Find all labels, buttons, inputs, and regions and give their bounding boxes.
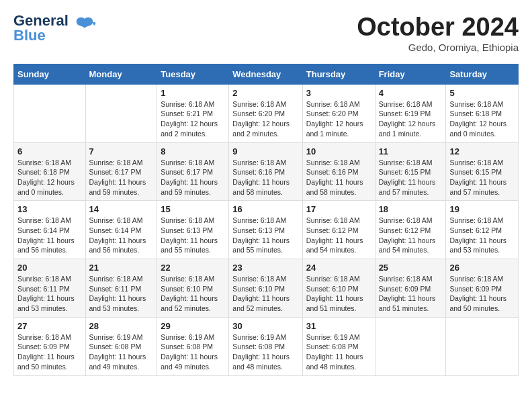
cell-info: Sunrise: 6:18 AMSunset: 6:15 PMDaylight:… [379,158,443,197]
calendar-cell: 1Sunrise: 6:18 AMSunset: 6:21 PMDaylight… [157,84,229,142]
calendar-table: SundayMondayTuesdayWednesdayThursdayFrid… [13,64,519,376]
day-number: 16 [232,204,298,214]
calendar-cell: 26Sunrise: 6:18 AMSunset: 6:09 PMDayligh… [446,259,519,318]
cell-info: Sunrise: 6:18 AMSunset: 6:13 PMDaylight:… [232,216,298,255]
cell-info: Sunrise: 6:18 AMSunset: 6:10 PMDaylight:… [306,274,371,314]
day-number: 1 [161,88,225,98]
day-number: 21 [89,263,154,273]
calendar-cell: 9Sunrise: 6:18 AMSunset: 6:16 PMDaylight… [229,142,302,201]
weekday-header-tuesday: Tuesday [157,64,229,84]
calendar-cell: 18Sunrise: 6:18 AMSunset: 6:12 PMDayligh… [375,201,446,259]
day-number: 14 [89,204,154,214]
day-number: 4 [379,88,443,98]
cell-info: Sunrise: 6:18 AMSunset: 6:14 PMDaylight:… [17,216,82,255]
cell-info: Sunrise: 6:18 AMSunset: 6:11 PMDaylight:… [89,274,154,314]
cell-info: Sunrise: 6:19 AMSunset: 6:08 PMDaylight:… [89,332,154,372]
day-number: 28 [89,321,154,331]
cell-info: Sunrise: 6:18 AMSunset: 6:17 PMDaylight:… [161,158,225,197]
day-number: 2 [232,88,298,98]
cell-info: Sunrise: 6:18 AMSunset: 6:10 PMDaylight:… [161,274,225,314]
calendar-cell: 19Sunrise: 6:18 AMSunset: 6:12 PMDayligh… [446,201,519,259]
calendar-cell: 13Sunrise: 6:18 AMSunset: 6:14 PMDayligh… [14,201,86,259]
calendar-cell [85,84,157,142]
month-title: October 2024 [357,13,519,42]
calendar-cell: 20Sunrise: 6:18 AMSunset: 6:11 PMDayligh… [14,259,86,318]
day-number: 7 [89,146,154,156]
weekday-header-row: SundayMondayTuesdayWednesdayThursdayFrid… [14,64,519,84]
cell-info: Sunrise: 6:18 AMSunset: 6:16 PMDaylight:… [232,158,298,197]
week-row-1: 1Sunrise: 6:18 AMSunset: 6:21 PMDaylight… [14,84,519,142]
cell-info: Sunrise: 6:18 AMSunset: 6:15 PMDaylight:… [449,158,515,197]
calendar-cell [446,317,519,375]
day-number: 6 [17,146,82,156]
cell-info: Sunrise: 6:18 AMSunset: 6:17 PMDaylight:… [89,158,154,197]
calendar-cell: 2Sunrise: 6:18 AMSunset: 6:20 PMDaylight… [229,84,302,142]
cell-info: Sunrise: 6:18 AMSunset: 6:21 PMDaylight:… [161,99,225,139]
calendar-cell: 7Sunrise: 6:18 AMSunset: 6:17 PMDaylight… [85,142,157,201]
weekday-header-friday: Friday [375,64,446,84]
weekday-header-sunday: Sunday [14,64,86,84]
cell-info: Sunrise: 6:19 AMSunset: 6:08 PMDaylight:… [232,332,298,372]
cell-info: Sunrise: 6:18 AMSunset: 6:16 PMDaylight:… [306,158,371,197]
calendar-cell: 31Sunrise: 6:19 AMSunset: 6:08 PMDayligh… [302,317,375,375]
day-number: 11 [379,146,443,156]
cell-info: Sunrise: 6:18 AMSunset: 6:12 PMDaylight:… [379,216,443,255]
day-number: 18 [379,204,443,214]
day-number: 8 [161,146,225,156]
logo-general: General [13,13,69,28]
cell-info: Sunrise: 6:18 AMSunset: 6:18 PMDaylight:… [17,158,82,197]
week-row-4: 20Sunrise: 6:18 AMSunset: 6:11 PMDayligh… [14,259,519,318]
calendar-cell: 4Sunrise: 6:18 AMSunset: 6:19 PMDaylight… [375,84,446,142]
day-number: 29 [161,321,225,331]
calendar-cell: 29Sunrise: 6:19 AMSunset: 6:08 PMDayligh… [157,317,229,375]
week-row-2: 6Sunrise: 6:18 AMSunset: 6:18 PMDaylight… [14,142,519,201]
day-number: 17 [306,204,371,214]
logo-blue: Blue [13,28,69,43]
day-number: 5 [449,88,515,98]
cell-info: Sunrise: 6:18 AMSunset: 6:14 PMDaylight:… [89,216,154,255]
weekday-header-wednesday: Wednesday [229,64,302,84]
calendar-cell [375,317,446,375]
calendar-cell: 22Sunrise: 6:18 AMSunset: 6:10 PMDayligh… [157,259,229,318]
location: Gedo, Oromiya, Ethiopia [357,42,519,53]
cell-info: Sunrise: 6:18 AMSunset: 6:09 PMDaylight:… [17,332,82,372]
day-number: 15 [161,204,225,214]
cell-info: Sunrise: 6:18 AMSunset: 6:20 PMDaylight:… [232,99,298,139]
cell-info: Sunrise: 6:18 AMSunset: 6:09 PMDaylight:… [449,274,515,314]
calendar-cell: 24Sunrise: 6:18 AMSunset: 6:10 PMDayligh… [302,259,375,318]
cell-info: Sunrise: 6:18 AMSunset: 6:11 PMDaylight:… [17,274,82,314]
calendar-cell: 25Sunrise: 6:18 AMSunset: 6:09 PMDayligh… [375,259,446,318]
page-header: General Blue October 2024 Gedo, Oromiya,… [13,13,519,53]
cell-info: Sunrise: 6:18 AMSunset: 6:19 PMDaylight:… [379,99,443,139]
calendar-cell: 16Sunrise: 6:18 AMSunset: 6:13 PMDayligh… [229,201,302,259]
calendar-cell: 6Sunrise: 6:18 AMSunset: 6:18 PMDaylight… [14,142,86,201]
day-number: 31 [306,321,371,331]
title-block: October 2024 Gedo, Oromiya, Ethiopia [357,13,519,53]
day-number: 20 [17,263,82,273]
calendar-cell: 15Sunrise: 6:18 AMSunset: 6:13 PMDayligh… [157,201,229,259]
weekday-header-monday: Monday [85,64,157,84]
cell-info: Sunrise: 6:19 AMSunset: 6:08 PMDaylight:… [306,332,371,372]
calendar-cell: 11Sunrise: 6:18 AMSunset: 6:15 PMDayligh… [375,142,446,201]
calendar-cell: 10Sunrise: 6:18 AMSunset: 6:16 PMDayligh… [302,142,375,201]
calendar-cell: 12Sunrise: 6:18 AMSunset: 6:15 PMDayligh… [446,142,519,201]
calendar-cell: 27Sunrise: 6:18 AMSunset: 6:09 PMDayligh… [14,317,86,375]
cell-info: Sunrise: 6:19 AMSunset: 6:08 PMDaylight:… [161,332,225,372]
calendar-cell: 17Sunrise: 6:18 AMSunset: 6:12 PMDayligh… [302,201,375,259]
day-number: 23 [232,263,298,273]
day-number: 22 [161,263,225,273]
day-number: 9 [232,146,298,156]
calendar-cell: 21Sunrise: 6:18 AMSunset: 6:11 PMDayligh… [85,259,157,318]
day-number: 30 [232,321,298,331]
calendar-cell [14,84,86,142]
day-number: 13 [17,204,82,214]
cell-info: Sunrise: 6:18 AMSunset: 6:09 PMDaylight:… [379,274,443,314]
week-row-3: 13Sunrise: 6:18 AMSunset: 6:14 PMDayligh… [14,201,519,259]
week-row-5: 27Sunrise: 6:18 AMSunset: 6:09 PMDayligh… [14,317,519,375]
weekday-header-saturday: Saturday [446,64,519,84]
day-number: 19 [449,204,515,214]
day-number: 3 [306,88,371,98]
calendar-cell: 3Sunrise: 6:18 AMSunset: 6:20 PMDaylight… [302,84,375,142]
day-number: 25 [379,263,443,273]
calendar-cell: 23Sunrise: 6:18 AMSunset: 6:10 PMDayligh… [229,259,302,318]
